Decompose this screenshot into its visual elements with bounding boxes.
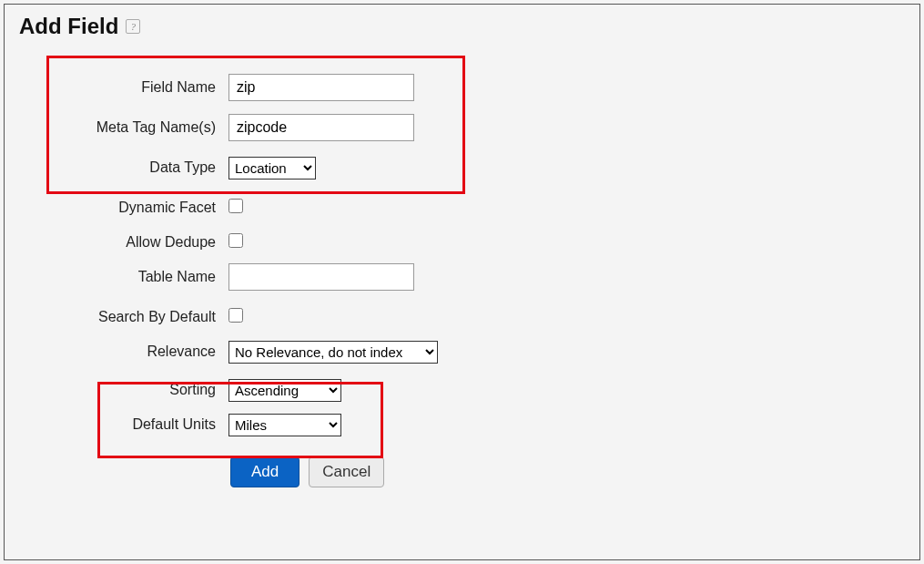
table-name-input[interactable] <box>228 263 414 291</box>
label-default-units: Default Units <box>19 416 228 433</box>
row-relevance: Relevance No Relevance, do not index <box>19 338 905 365</box>
row-dynamic-facet: Dynamic Facet <box>19 194 905 221</box>
label-allow-dedupe: Allow Dedupe <box>19 234 228 251</box>
row-sorting: Sorting Ascending <box>19 376 905 404</box>
label-table-name: Table Name <box>19 269 228 285</box>
row-table-name: Table Name <box>19 263 905 291</box>
row-meta-tag-names: Meta Tag Name(s) <box>19 114 905 141</box>
label-dynamic-facet: Dynamic Facet <box>19 200 228 216</box>
label-relevance: Relevance <box>19 344 228 360</box>
label-search-by-default: Search By Default <box>19 309 228 325</box>
button-row: Add Cancel <box>19 456 905 487</box>
data-type-select[interactable]: Location <box>228 157 316 179</box>
help-icon[interactable]: ? <box>126 19 140 34</box>
add-button[interactable]: Add <box>230 456 300 487</box>
dynamic-facet-checkbox[interactable] <box>228 199 243 213</box>
cancel-button[interactable]: Cancel <box>309 456 384 487</box>
label-meta-tag-names: Meta Tag Name(s) <box>19 119 228 136</box>
field-name-input[interactable] <box>228 74 414 101</box>
sorting-select[interactable]: Ascending <box>228 379 341 402</box>
row-default-units: Default Units Miles <box>19 411 905 438</box>
meta-tag-names-input[interactable] <box>228 114 414 141</box>
label-field-name: Field Name <box>19 79 228 96</box>
panel-title-row: Add Field ? <box>19 14 905 39</box>
row-data-type: Data Type Location <box>19 154 905 181</box>
row-field-name: Field Name <box>19 74 905 101</box>
default-units-select[interactable]: Miles <box>228 414 341 436</box>
form-area: Field Name Meta Tag Name(s) Data Type Lo… <box>19 56 905 487</box>
search-by-default-checkbox[interactable] <box>228 308 243 323</box>
relevance-select[interactable]: No Relevance, do not index <box>228 341 438 364</box>
row-allow-dedupe: Allow Dedupe <box>19 229 905 256</box>
row-search-by-default: Search By Default <box>19 303 905 331</box>
page-title: Add Field <box>19 14 118 39</box>
label-sorting: Sorting <box>19 382 228 398</box>
label-data-type: Data Type <box>19 159 228 176</box>
allow-dedupe-checkbox[interactable] <box>228 233 243 248</box>
add-field-panel: Add Field ? Field Name Meta Tag Name(s) … <box>4 4 920 560</box>
